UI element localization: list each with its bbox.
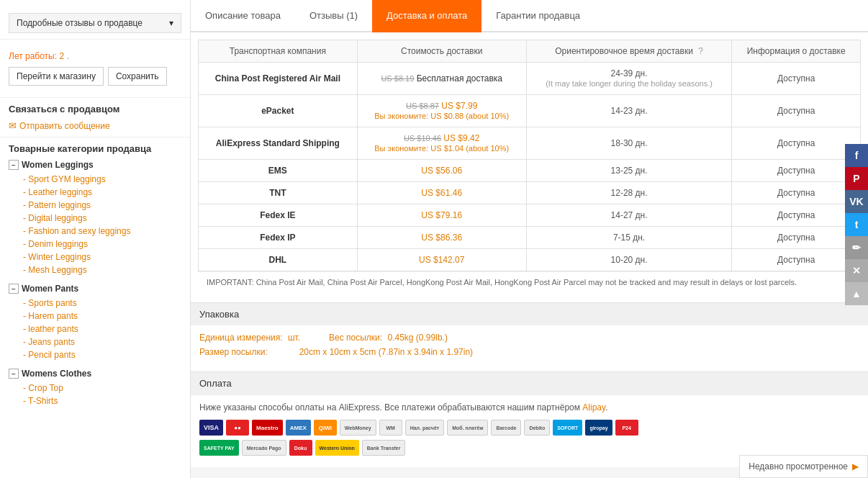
cat-item-digital-leggings[interactable]: - Digital leggings (9, 212, 181, 225)
cat-item-pencil-pants[interactable]: - Pencil pants (9, 348, 181, 361)
days-cell: 12-28 дн. (526, 182, 732, 204)
table-row: TNTUS $61.4612-28 дн.Доступна (199, 182, 861, 204)
cat-item-harem-pants[interactable]: - Harem pants (9, 310, 181, 323)
tabs-bar: Описание товара Отзывы (1) Доставка и оп… (191, 0, 868, 32)
alipay-link[interactable]: Alipay (582, 402, 605, 412)
email-icon: ✉ (9, 120, 17, 131)
send-message-link[interactable]: ✉ Отправить сообщение (9, 120, 181, 131)
seller-reviews-button[interactable]: Подробные отзывы о продавце ▾ (9, 13, 181, 33)
amex-payment-icon: AMEX (286, 420, 311, 436)
save-store-button[interactable]: Сохранить (108, 67, 167, 86)
price-cell: US $61.46 (357, 182, 526, 204)
safetypay-icon: SAFETY PAY (199, 440, 239, 456)
seller-reviews-section: Подробные отзывы о продавце ▾ (0, 7, 190, 40)
contact-seller-section: Связаться с продавцом ✉ Отправить сообще… (0, 98, 190, 137)
cat-group-name-leggings: Women Leggings (22, 160, 94, 170)
twitter-button[interactable]: t (845, 213, 868, 236)
payment-text: Ниже указаны способы оплаты на AliExpres… (199, 402, 859, 412)
payment-icons-row1: VISA ●● Maestro AMEX QIWI WebMoney WM На… (199, 420, 859, 436)
cat-item-sport-gym[interactable]: - Sport GYM leggings (9, 173, 181, 186)
availability-cell: Доступна (732, 63, 861, 95)
webmoney-icon: WM (379, 420, 402, 436)
tab-reviews[interactable]: Отзывы (1) (295, 0, 372, 32)
tab-seller-guarantee[interactable]: Гарантии продавца (482, 0, 595, 32)
categories-title: Товарные категории продавца (9, 143, 181, 154)
social-bar: f P VK t ✏ ✕ ▲ (845, 144, 868, 305)
cat-item-leather-pants[interactable]: - leather pants (9, 323, 181, 335)
bank-logo2: Barcode (491, 420, 521, 436)
unit-label: Единица измерения: шт. (199, 333, 300, 343)
availability-cell: Доступна (732, 249, 861, 271)
table-row: ePacketUS $8.87 US $7.99Вы экономите: US… (199, 95, 861, 127)
mercado-icon: Mercado Pago (242, 440, 286, 456)
days-cell: 7-15 дн. (526, 227, 732, 249)
price-cell: US $79.16 (357, 204, 526, 227)
sofort-icon: SOFORT (553, 420, 582, 436)
close-social-button[interactable]: ✕ (845, 259, 868, 282)
carrier-cell: ePacket (199, 95, 358, 127)
col-header-time: Ориентировочное время доставки ? (526, 40, 732, 63)
carrier-cell: AliExpress Standard Shipping (199, 127, 358, 160)
mastercard-payment-icon: ●● (226, 420, 249, 436)
pinterest-button[interactable]: P (845, 167, 868, 190)
visit-store-button[interactable]: Перейти к магазину (9, 67, 104, 86)
collapse-clothes-button[interactable]: − (9, 369, 19, 379)
cat-group-women-leggings: − Women Leggings - Sport GYM leggings - … (9, 160, 181, 276)
cat-item-jeans-pants[interactable]: - Jeans pants (9, 335, 181, 348)
carrier-cell: China Post Registered Air Mail (199, 63, 358, 95)
main-content: Описание товара Отзывы (1) Доставка и оп… (191, 0, 868, 478)
seller-reviews-label: Подробные отзывы о продавце (17, 18, 143, 28)
price-cell: US $8.87 US $7.99Вы экономите: US $0.88 … (357, 95, 526, 127)
tab-product-description[interactable]: Описание товара (191, 0, 295, 32)
maestro-payment-icon: Maestro (252, 420, 283, 436)
recently-viewed-bar[interactable]: Недавно просмотренное ▶ (739, 455, 868, 478)
cat-group-header-clothes[interactable]: − Womens Clothes (9, 369, 181, 379)
cat-item-tshirts[interactable]: - T-Shirts (9, 394, 181, 407)
days-cell: 13-25 дн. (526, 160, 732, 182)
package-info: Единица измерения: шт. Вес посылки: 0.45… (191, 325, 868, 369)
edit-button[interactable]: ✏ (845, 236, 868, 259)
collapse-leggings-button[interactable]: − (9, 160, 19, 170)
facebook-button[interactable]: f (845, 144, 868, 167)
cat-item-fashion-leggings[interactable]: - Fashion and sexy leggings (9, 225, 181, 238)
scroll-up-button[interactable]: ▲ (845, 282, 868, 305)
cat-item-mesh-leggings[interactable]: - Mesh Leggings (9, 263, 181, 276)
contact-title: Связаться с продавцом (9, 104, 181, 114)
days-cell: 18-30 дн. (526, 127, 732, 160)
recently-viewed-label: Недавно просмотренное (749, 461, 848, 472)
cat-item-winter-leggings[interactable]: - Winter Leggings (9, 251, 181, 263)
cat-item-sports-pants[interactable]: - Sports pants (9, 297, 181, 310)
doku-icon: Doku (289, 440, 312, 456)
cat-group-header-pants[interactable]: − Women Pants (9, 284, 181, 294)
cat-item-leather-leggings[interactable]: - Leather leggings (9, 186, 181, 199)
price-cell: US $56.06 (357, 160, 526, 182)
days-cell: 14-27 дн. (526, 204, 732, 227)
days-cell: 10-20 дн. (526, 249, 732, 271)
cat-item-pattern-leggings[interactable]: - Pattern leggings (9, 199, 181, 212)
package-unit-row: Единица измерения: шт. Вес посылки: 0.45… (199, 333, 859, 343)
bank-logo1: WebMoney (340, 420, 376, 436)
cat-group-header-leggings[interactable]: − Women Leggings (9, 160, 181, 170)
carrier-cell: Fedex IE (199, 204, 358, 227)
sidebar: Подробные отзывы о продавце ▾ Лет работы… (0, 0, 191, 478)
cat-item-denim-leggings[interactable]: - Denim leggings (9, 238, 181, 251)
collapse-pants-button[interactable]: − (9, 284, 19, 294)
col-header-info: Информация о доставке (732, 40, 861, 63)
table-row: AliExpress Standard ShippingUS $10.46 US… (199, 127, 861, 160)
westernunion-icon: Western Union (315, 440, 359, 456)
vk-button[interactable]: VK (845, 190, 868, 213)
availability-cell: Доступна (732, 227, 861, 249)
cash-payment-icon: Нал. расчёт (405, 420, 445, 436)
cat-group-name-clothes: Womens Clothes (22, 369, 91, 379)
cat-group-womens-clothes: − Womens Clothes - Crop Top - T-Shirts (9, 369, 181, 407)
important-note: IMPORTANT: China Post Air Mail, China Po… (198, 271, 861, 292)
table-row: Fedex IPUS $86.367-15 дн.Доступна (199, 227, 861, 249)
table-row: DHLUS $142.0710-20 дн.Доступна (199, 249, 861, 271)
tab-shipping-payment[interactable]: Доставка и оплата (372, 0, 482, 32)
mobile-payment-icon: Моб. платёж (447, 420, 488, 436)
cat-item-crop-top[interactable]: - Crop Top (9, 382, 181, 394)
days-cell: 14-23 дн. (526, 95, 732, 127)
info-icon: ? (698, 46, 703, 56)
availability-cell: Доступна (732, 204, 861, 227)
availability-cell: Доступна (732, 95, 861, 127)
